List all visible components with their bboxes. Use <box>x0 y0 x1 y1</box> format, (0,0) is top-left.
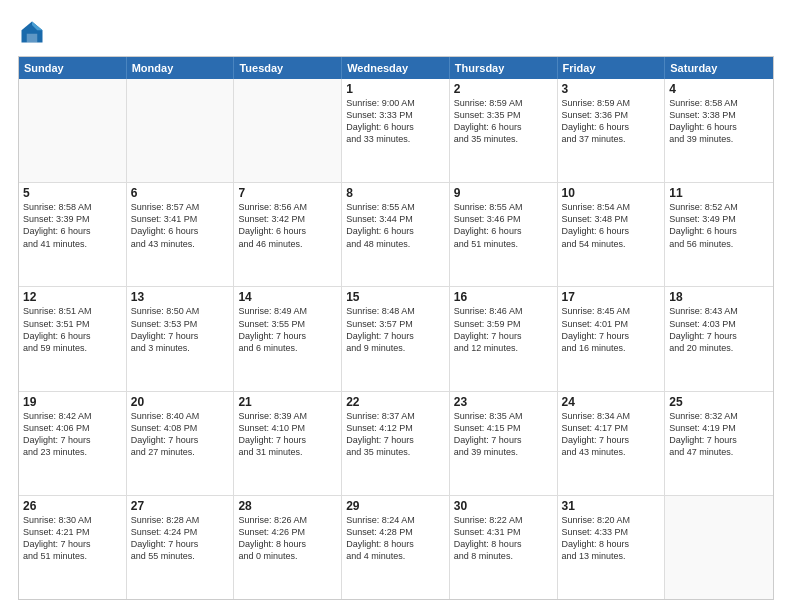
day-cell-5: 5Sunrise: 8:58 AM Sunset: 3:39 PM Daylig… <box>19 183 127 286</box>
day-info: Sunrise: 9:00 AM Sunset: 3:33 PM Dayligh… <box>346 97 445 146</box>
day-cell-4: 4Sunrise: 8:58 AM Sunset: 3:38 PM Daylig… <box>665 79 773 182</box>
day-number: 25 <box>669 395 769 409</box>
day-number: 7 <box>238 186 337 200</box>
day-cell-16: 16Sunrise: 8:46 AM Sunset: 3:59 PM Dayli… <box>450 287 558 390</box>
day-cell-23: 23Sunrise: 8:35 AM Sunset: 4:15 PM Dayli… <box>450 392 558 495</box>
day-number: 4 <box>669 82 769 96</box>
day-info: Sunrise: 8:52 AM Sunset: 3:49 PM Dayligh… <box>669 201 769 250</box>
day-info: Sunrise: 8:35 AM Sunset: 4:15 PM Dayligh… <box>454 410 553 459</box>
day-cell-29: 29Sunrise: 8:24 AM Sunset: 4:28 PM Dayli… <box>342 496 450 599</box>
day-number: 24 <box>562 395 661 409</box>
day-info: Sunrise: 8:40 AM Sunset: 4:08 PM Dayligh… <box>131 410 230 459</box>
day-info: Sunrise: 8:49 AM Sunset: 3:55 PM Dayligh… <box>238 305 337 354</box>
day-cell-19: 19Sunrise: 8:42 AM Sunset: 4:06 PM Dayli… <box>19 392 127 495</box>
day-info: Sunrise: 8:42 AM Sunset: 4:06 PM Dayligh… <box>23 410 122 459</box>
day-cell-12: 12Sunrise: 8:51 AM Sunset: 3:51 PM Dayli… <box>19 287 127 390</box>
day-number: 1 <box>346 82 445 96</box>
calendar: SundayMondayTuesdayWednesdayThursdayFrid… <box>18 56 774 600</box>
day-cell-2: 2Sunrise: 8:59 AM Sunset: 3:35 PM Daylig… <box>450 79 558 182</box>
day-number: 11 <box>669 186 769 200</box>
day-cell-empty-0-1 <box>127 79 235 182</box>
day-number: 10 <box>562 186 661 200</box>
day-cell-21: 21Sunrise: 8:39 AM Sunset: 4:10 PM Dayli… <box>234 392 342 495</box>
day-info: Sunrise: 8:45 AM Sunset: 4:01 PM Dayligh… <box>562 305 661 354</box>
day-cell-6: 6Sunrise: 8:57 AM Sunset: 3:41 PM Daylig… <box>127 183 235 286</box>
weekday-header-wednesday: Wednesday <box>342 57 450 79</box>
day-info: Sunrise: 8:55 AM Sunset: 3:46 PM Dayligh… <box>454 201 553 250</box>
day-cell-18: 18Sunrise: 8:43 AM Sunset: 4:03 PM Dayli… <box>665 287 773 390</box>
day-number: 3 <box>562 82 661 96</box>
day-number: 31 <box>562 499 661 513</box>
day-number: 19 <box>23 395 122 409</box>
day-number: 2 <box>454 82 553 96</box>
day-number: 22 <box>346 395 445 409</box>
day-number: 16 <box>454 290 553 304</box>
day-info: Sunrise: 8:59 AM Sunset: 3:35 PM Dayligh… <box>454 97 553 146</box>
day-info: Sunrise: 8:30 AM Sunset: 4:21 PM Dayligh… <box>23 514 122 563</box>
weekday-header-thursday: Thursday <box>450 57 558 79</box>
calendar-body: 1Sunrise: 9:00 AM Sunset: 3:33 PM Daylig… <box>19 79 773 599</box>
day-number: 6 <box>131 186 230 200</box>
day-info: Sunrise: 8:46 AM Sunset: 3:59 PM Dayligh… <box>454 305 553 354</box>
day-cell-30: 30Sunrise: 8:22 AM Sunset: 4:31 PM Dayli… <box>450 496 558 599</box>
day-info: Sunrise: 8:39 AM Sunset: 4:10 PM Dayligh… <box>238 410 337 459</box>
day-number: 27 <box>131 499 230 513</box>
day-cell-empty-0-0 <box>19 79 127 182</box>
day-cell-17: 17Sunrise: 8:45 AM Sunset: 4:01 PM Dayli… <box>558 287 666 390</box>
day-info: Sunrise: 8:51 AM Sunset: 3:51 PM Dayligh… <box>23 305 122 354</box>
day-number: 12 <box>23 290 122 304</box>
header <box>18 18 774 46</box>
day-number: 13 <box>131 290 230 304</box>
day-cell-20: 20Sunrise: 8:40 AM Sunset: 4:08 PM Dayli… <box>127 392 235 495</box>
day-info: Sunrise: 8:48 AM Sunset: 3:57 PM Dayligh… <box>346 305 445 354</box>
day-number: 15 <box>346 290 445 304</box>
day-info: Sunrise: 8:22 AM Sunset: 4:31 PM Dayligh… <box>454 514 553 563</box>
day-number: 30 <box>454 499 553 513</box>
calendar-row-3: 19Sunrise: 8:42 AM Sunset: 4:06 PM Dayli… <box>19 391 773 495</box>
day-number: 21 <box>238 395 337 409</box>
day-info: Sunrise: 8:37 AM Sunset: 4:12 PM Dayligh… <box>346 410 445 459</box>
day-info: Sunrise: 8:24 AM Sunset: 4:28 PM Dayligh… <box>346 514 445 563</box>
weekday-header-friday: Friday <box>558 57 666 79</box>
day-number: 5 <box>23 186 122 200</box>
day-cell-28: 28Sunrise: 8:26 AM Sunset: 4:26 PM Dayli… <box>234 496 342 599</box>
calendar-row-4: 26Sunrise: 8:30 AM Sunset: 4:21 PM Dayli… <box>19 495 773 599</box>
weekday-header-monday: Monday <box>127 57 235 79</box>
weekday-header-tuesday: Tuesday <box>234 57 342 79</box>
day-number: 14 <box>238 290 337 304</box>
day-cell-26: 26Sunrise: 8:30 AM Sunset: 4:21 PM Dayli… <box>19 496 127 599</box>
weekday-header-sunday: Sunday <box>19 57 127 79</box>
day-number: 23 <box>454 395 553 409</box>
day-info: Sunrise: 8:55 AM Sunset: 3:44 PM Dayligh… <box>346 201 445 250</box>
day-cell-empty-4-6 <box>665 496 773 599</box>
day-cell-7: 7Sunrise: 8:56 AM Sunset: 3:42 PM Daylig… <box>234 183 342 286</box>
day-cell-empty-0-2 <box>234 79 342 182</box>
day-info: Sunrise: 8:57 AM Sunset: 3:41 PM Dayligh… <box>131 201 230 250</box>
day-info: Sunrise: 8:26 AM Sunset: 4:26 PM Dayligh… <box>238 514 337 563</box>
logo-icon <box>18 18 46 46</box>
day-cell-25: 25Sunrise: 8:32 AM Sunset: 4:19 PM Dayli… <box>665 392 773 495</box>
day-info: Sunrise: 8:20 AM Sunset: 4:33 PM Dayligh… <box>562 514 661 563</box>
svg-rect-2 <box>27 34 38 43</box>
day-number: 8 <box>346 186 445 200</box>
day-info: Sunrise: 8:32 AM Sunset: 4:19 PM Dayligh… <box>669 410 769 459</box>
day-cell-9: 9Sunrise: 8:55 AM Sunset: 3:46 PM Daylig… <box>450 183 558 286</box>
day-info: Sunrise: 8:56 AM Sunset: 3:42 PM Dayligh… <box>238 201 337 250</box>
day-cell-27: 27Sunrise: 8:28 AM Sunset: 4:24 PM Dayli… <box>127 496 235 599</box>
day-cell-15: 15Sunrise: 8:48 AM Sunset: 3:57 PM Dayli… <box>342 287 450 390</box>
calendar-row-2: 12Sunrise: 8:51 AM Sunset: 3:51 PM Dayli… <box>19 286 773 390</box>
day-number: 9 <box>454 186 553 200</box>
calendar-row-1: 5Sunrise: 8:58 AM Sunset: 3:39 PM Daylig… <box>19 182 773 286</box>
page: SundayMondayTuesdayWednesdayThursdayFrid… <box>0 0 792 612</box>
day-cell-3: 3Sunrise: 8:59 AM Sunset: 3:36 PM Daylig… <box>558 79 666 182</box>
day-number: 20 <box>131 395 230 409</box>
calendar-row-0: 1Sunrise: 9:00 AM Sunset: 3:33 PM Daylig… <box>19 79 773 182</box>
logo <box>18 18 50 46</box>
day-info: Sunrise: 8:59 AM Sunset: 3:36 PM Dayligh… <box>562 97 661 146</box>
day-number: 17 <box>562 290 661 304</box>
day-cell-31: 31Sunrise: 8:20 AM Sunset: 4:33 PM Dayli… <box>558 496 666 599</box>
day-number: 29 <box>346 499 445 513</box>
day-number: 28 <box>238 499 337 513</box>
day-cell-13: 13Sunrise: 8:50 AM Sunset: 3:53 PM Dayli… <box>127 287 235 390</box>
weekday-header-saturday: Saturday <box>665 57 773 79</box>
